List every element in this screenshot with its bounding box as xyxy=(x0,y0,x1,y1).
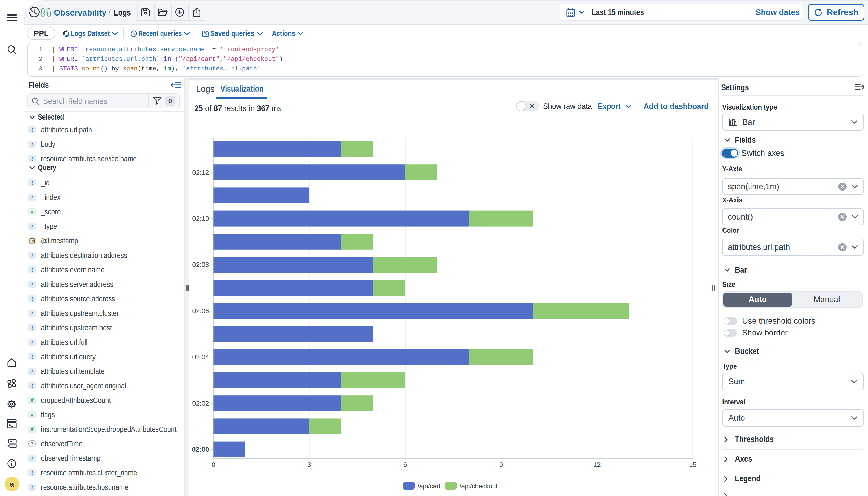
svg-text:9: 9 xyxy=(499,461,502,468)
svg-text:02:12: 02:12 xyxy=(192,169,209,176)
svg-text:02:06: 02:06 xyxy=(192,307,209,315)
svg-text:3: 3 xyxy=(307,461,311,468)
svg-text:/api/cart: /api/cart xyxy=(417,482,440,490)
svg-text:02:10: 02:10 xyxy=(192,215,209,222)
svg-text:02:04: 02:04 xyxy=(192,353,209,361)
svg-text:/api/checkout: /api/checkout xyxy=(459,482,497,490)
svg-text:12: 12 xyxy=(593,461,601,468)
svg-text:0: 0 xyxy=(212,461,215,468)
svg-text:6: 6 xyxy=(403,461,407,468)
svg-text:02:00: 02:00 xyxy=(192,446,209,453)
svg-text:02:02: 02:02 xyxy=(192,400,209,407)
svg-text:02:08: 02:08 xyxy=(192,261,209,268)
svg-text:15: 15 xyxy=(689,461,697,468)
